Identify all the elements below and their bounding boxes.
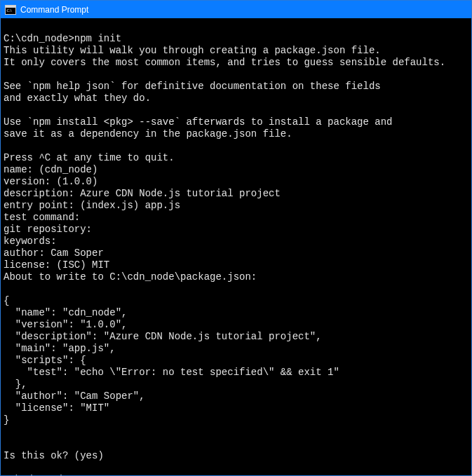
svg-rect-1 — [6, 6, 15, 8]
terminal-line — [4, 140, 468, 152]
terminal-line: "test": "echo \"Error: no test specified… — [4, 367, 468, 379]
terminal-line — [4, 104, 468, 116]
terminal-line: license: (ISC) MIT — [4, 259, 468, 271]
window-title: Command Prompt — [20, 5, 88, 15]
terminal-line: and exactly what they do. — [4, 93, 468, 104]
terminal-line — [4, 69, 468, 81]
terminal-line: "version": "1.0.0", — [4, 319, 468, 331]
terminal-line: "name": "cdn_node", — [4, 307, 468, 319]
terminal-line: save it as a dependency in the package.j… — [4, 128, 468, 140]
terminal-line: test command: — [4, 212, 468, 224]
svg-text:C:\: C:\ — [7, 8, 13, 13]
terminal-line: "scripts": { — [4, 355, 468, 367]
terminal-line — [4, 21, 468, 33]
terminal-line — [4, 426, 468, 438]
terminal-line — [4, 462, 468, 474]
terminal-line: }, — [4, 379, 468, 390]
terminal-line: git repository: — [4, 224, 468, 236]
terminal-line: { — [4, 295, 468, 307]
terminal-line: "license": "MIT" — [4, 402, 468, 414]
terminal-line: C:\cdn_node>npm init — [4, 33, 468, 45]
terminal-line: About to write to C:\cdn_node\package.js… — [4, 271, 468, 283]
titlebar[interactable]: C:\ Command Prompt — [1, 1, 471, 18]
terminal-line: "main": "app.js", — [4, 343, 468, 355]
terminal-line: version: (1.0.0) — [4, 176, 468, 188]
terminal-output[interactable]: C:\cdn_node>npm initThis utility will wa… — [1, 18, 471, 475]
terminal-line: See `npm help json` for definitive docum… — [4, 81, 468, 93]
terminal-line: C:\cdn_node> — [4, 474, 468, 475]
terminal-line: } — [4, 414, 468, 426]
terminal-line: entry point: (index.js) app.js — [4, 200, 468, 212]
terminal-line — [4, 438, 468, 450]
terminal-line: Press ^C at any time to quit. — [4, 152, 468, 164]
terminal-line: description: Azure CDN Node.js tutorial … — [4, 188, 468, 200]
terminal-line — [4, 283, 468, 295]
terminal-line: name: (cdn_node) — [4, 164, 468, 176]
terminal-line: keywords: — [4, 236, 468, 247]
terminal-line: "description": "Azure CDN Node.js tutori… — [4, 331, 468, 343]
terminal-line: It only covers the most common items, an… — [4, 57, 468, 69]
terminal-line: Use `npm install <pkg> --save` afterward… — [4, 116, 468, 128]
command-prompt-window: C:\ Command Prompt C:\cdn_node>npm initT… — [0, 0, 472, 476]
command-prompt-icon: C:\ — [5, 4, 16, 15]
terminal-line: This utility will walk you through creat… — [4, 45, 468, 57]
terminal-line: author: Cam Soper — [4, 247, 468, 259]
terminal-line: Is this ok? (yes) — [4, 450, 468, 462]
terminal-line: "author": "Cam Soper", — [4, 390, 468, 402]
